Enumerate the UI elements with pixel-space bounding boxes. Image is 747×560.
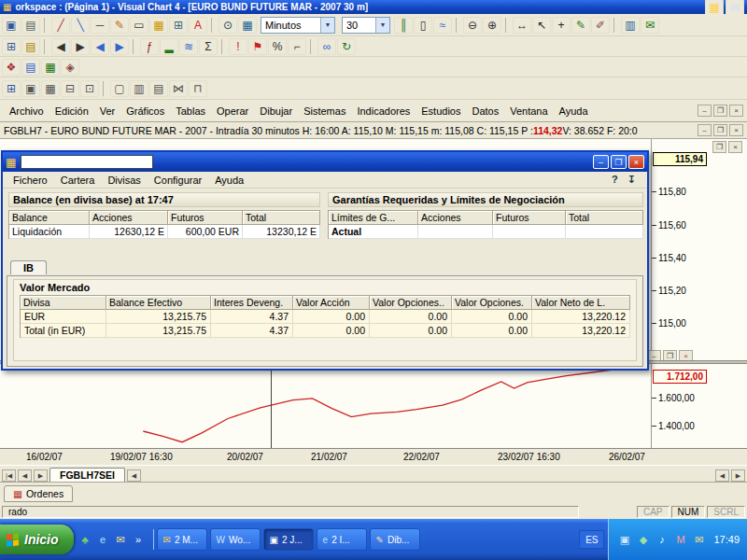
sheet-tab-fgblh7sei[interactable]: FGBLH7SEI xyxy=(49,468,125,482)
quicklaunch-ie-icon[interactable]: e xyxy=(95,531,111,548)
line-chart-icon[interactable]: ≈ xyxy=(433,17,452,34)
tab-next-button[interactable]: ▶ xyxy=(34,469,48,482)
workspace-icon[interactable]: ▥ xyxy=(621,17,640,34)
dialog-close-button[interactable]: × xyxy=(628,155,644,169)
column-header[interactable]: Balance Efectivo xyxy=(106,296,211,310)
ruler-icon[interactable]: ⌐ xyxy=(288,38,306,55)
column-header[interactable]: Futuros xyxy=(493,211,566,225)
draw-icon[interactable]: ✎ xyxy=(571,17,590,34)
task-word[interactable]: WWo... xyxy=(210,528,261,551)
page-right-icon[interactable]: ▶ xyxy=(110,38,129,55)
tray-volume-icon[interactable]: ♪ xyxy=(654,531,669,548)
mdi-restore-button[interactable]: ❐ xyxy=(713,105,727,117)
windows-tile-icon[interactable]: ▦ xyxy=(41,80,60,97)
zoom-out-icon[interactable]: ⊖ xyxy=(463,17,482,34)
tray-mail-icon[interactable]: ✉ xyxy=(691,531,707,548)
grid-icon[interactable]: ⊞ xyxy=(169,17,188,34)
rectangle-tool-icon[interactable]: ▭ xyxy=(130,17,148,34)
line-tool-icon[interactable]: ╱ xyxy=(51,17,70,34)
text-tool-icon[interactable]: A xyxy=(189,17,207,34)
price-chart-plot[interactable] xyxy=(0,364,651,448)
windows-horizontal-icon[interactable]: ⊟ xyxy=(61,80,79,97)
windows-vertical-icon[interactable]: ⊡ xyxy=(80,80,99,97)
positions-icon[interactable]: ▦ xyxy=(41,59,60,76)
help-icon[interactable]: ? xyxy=(612,174,618,186)
pane-restore-button[interactable]: ❐ xyxy=(712,141,726,153)
chart-close-button[interactable]: × xyxy=(729,124,743,136)
dialog-restore-button[interactable]: ❐ xyxy=(611,155,627,169)
menu-ventana[interactable]: Ventana xyxy=(504,104,553,119)
flag-icon[interactable]: ⚑ xyxy=(248,38,267,55)
chart-caption-bar[interactable]: FGBLH7 - EURO BUND FUTURE MAR - 2007 - I… xyxy=(0,122,747,139)
page-left-icon[interactable]: ◀ xyxy=(91,38,109,55)
dialog-symbol-input[interactable] xyxy=(21,155,153,169)
windows-cascade-icon[interactable]: ▣ xyxy=(21,80,40,97)
portfolio-icon[interactable]: ❖ xyxy=(2,59,21,76)
percent-icon[interactable]: % xyxy=(268,38,287,55)
column-header[interactable]: Valor Acción xyxy=(293,296,370,310)
zoom-tool-icon[interactable]: ⊙ xyxy=(218,17,237,34)
quicklaunch-more-icon[interactable]: » xyxy=(131,531,147,548)
menu-operar[interactable]: Operar xyxy=(211,104,254,119)
compress-scale-icon[interactable]: ◀ xyxy=(51,38,70,55)
sum-icon[interactable]: Σ xyxy=(199,38,218,55)
tab-scroll-left-button[interactable]: ◀ xyxy=(127,469,141,482)
hscroll-left-button[interactable]: ◀ xyxy=(715,469,729,482)
tray-update-icon[interactable]: ◆ xyxy=(635,531,651,548)
dialog-menu-cartera[interactable]: Cartera xyxy=(54,174,102,187)
fill-color-icon[interactable]: ▦ xyxy=(149,17,168,34)
column-header[interactable]: Total xyxy=(566,211,643,225)
hline-tool-icon[interactable]: ─ xyxy=(91,17,109,34)
tab-ib[interactable]: IB xyxy=(10,260,47,274)
crosshair-icon[interactable]: + xyxy=(552,17,571,34)
task-mail[interactable]: ✉2 M... xyxy=(157,528,207,551)
mdi-close-button[interactable]: × xyxy=(729,105,743,117)
trendline-tool-icon[interactable]: ╲ xyxy=(71,17,90,34)
candle-chart-icon[interactable]: ▯ xyxy=(414,17,432,34)
dialog-titlebar[interactable]: ▦ – ❐ × xyxy=(3,152,647,172)
column-header[interactable]: Valor Opciones.. xyxy=(370,296,452,310)
menu-dibujar[interactable]: Dibujar xyxy=(254,104,298,119)
layout-single-icon[interactable]: ▢ xyxy=(110,80,129,97)
column-header[interactable]: Futuros xyxy=(168,211,243,225)
new-workspace-icon[interactable]: ⊞ xyxy=(2,80,21,97)
tab-prev-button[interactable]: ◀ xyxy=(18,469,32,482)
column-header[interactable]: Límites de G... xyxy=(329,211,418,225)
brush-icon[interactable]: ✐ xyxy=(591,17,610,34)
table-view-icon[interactable]: ▦ xyxy=(238,17,257,34)
tray-messenger-icon[interactable]: M xyxy=(672,531,688,548)
join-windows-icon[interactable]: ⋈ xyxy=(169,80,188,97)
column-header[interactable]: Interes Deveng. xyxy=(211,296,293,310)
layout-rows-icon[interactable]: ▤ xyxy=(149,80,168,97)
quicklaunch-app-icon[interactable]: ♣ xyxy=(78,531,93,548)
task-chart[interactable]: ▣2 J... xyxy=(263,528,314,551)
send-mail-icon[interactable]: ✉ xyxy=(641,17,659,34)
window-titlebar[interactable]: ▦ orkspace : (Página 1) - Visual Chart 4… xyxy=(0,0,747,14)
menu-archivo[interactable]: Archivo xyxy=(4,104,49,119)
pointer-icon[interactable]: ↖ xyxy=(532,17,551,34)
column-header[interactable]: Acciones xyxy=(418,211,493,225)
dialog-menu-fichero[interactable]: Fichero xyxy=(7,174,54,187)
open-chart-icon[interactable]: ▤ xyxy=(21,38,40,55)
interval-value-select[interactable]: 30 ▼ xyxy=(342,17,390,34)
expand-scale-icon[interactable]: ▶ xyxy=(71,38,90,55)
print-icon[interactable]: ▤ xyxy=(21,17,40,34)
link-icon[interactable]: ∞ xyxy=(317,38,336,55)
menu-tablas[interactable]: Tablas xyxy=(170,104,211,119)
scroll-chart-icon[interactable]: ↔ xyxy=(513,17,531,34)
tray-display-icon[interactable]: ▣ xyxy=(616,531,632,548)
volume-study-icon[interactable]: ▂ xyxy=(160,38,178,55)
orders-list-icon[interactable]: ▤ xyxy=(21,59,40,76)
menu-sistemas[interactable]: Sistemas xyxy=(298,104,351,119)
alert-icon[interactable]: ! xyxy=(229,38,247,55)
pane-close-button[interactable]: × xyxy=(728,141,742,153)
moving-average-icon[interactable]: ≋ xyxy=(179,38,198,55)
zoom-in-icon[interactable]: ⊕ xyxy=(483,17,501,34)
chart-minimize-button[interactable]: – xyxy=(698,124,712,136)
column-header[interactable]: Acciones xyxy=(90,211,168,225)
indicator-icon[interactable]: ƒ xyxy=(140,38,159,55)
column-header[interactable]: Valor Opciones. xyxy=(452,296,532,310)
chart-restore-button[interactable]: ❐ xyxy=(713,124,727,136)
column-header[interactable]: Total xyxy=(243,211,320,225)
task-internet[interactable]: e2 I... xyxy=(317,528,367,551)
